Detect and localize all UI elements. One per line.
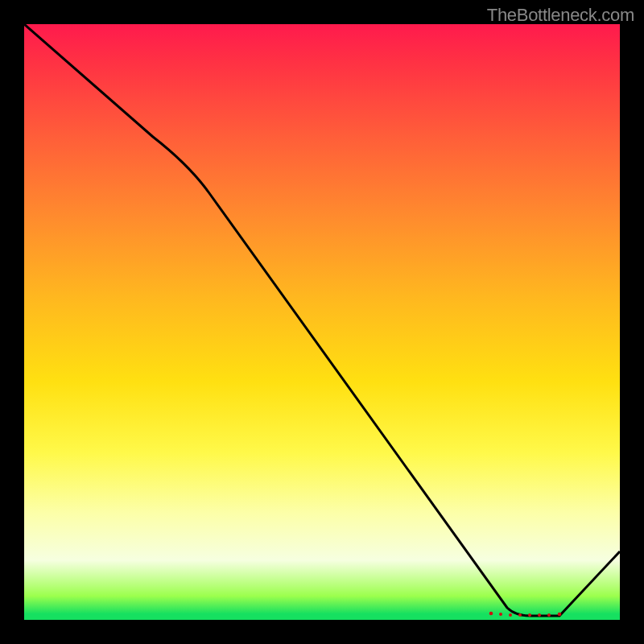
svg-point-6 — [547, 613, 551, 617]
svg-point-5 — [538, 613, 541, 617]
svg-point-1 — [499, 613, 502, 616]
main-curve — [24, 24, 620, 616]
svg-point-7 — [558, 613, 562, 617]
chart-stage: TheBottleneck.com — [0, 0, 644, 644]
plot-area — [24, 24, 620, 620]
attribution-text: TheBottleneck.com — [487, 5, 634, 26]
svg-point-0 — [489, 612, 493, 616]
svg-point-3 — [518, 613, 522, 617]
svg-point-4 — [528, 613, 531, 617]
curve-layer — [24, 24, 620, 620]
svg-point-2 — [509, 613, 512, 617]
